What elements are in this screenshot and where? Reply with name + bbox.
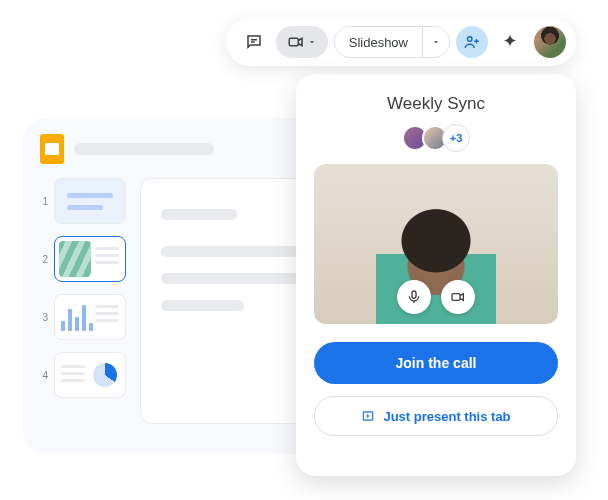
slide-thumbnail-1[interactable] — [54, 178, 126, 224]
slideshow-button[interactable]: Slideshow — [335, 27, 423, 57]
svg-point-1 — [468, 37, 473, 42]
participants-row: +3 — [402, 124, 470, 152]
slide-thumbnail-strip: 1 2 3 4 — [40, 178, 126, 424]
slide-number: 3 — [40, 312, 48, 323]
slide-thumb-row: 4 — [40, 352, 126, 398]
slide-thumb-row: 1 — [40, 178, 126, 224]
caret-down-icon — [307, 37, 317, 47]
thumb-text-skeleton — [95, 247, 119, 264]
slide-canvas[interactable] — [140, 178, 320, 424]
canvas-text-skeleton — [161, 246, 299, 257]
svg-rect-2 — [412, 291, 416, 298]
comment-icon — [245, 33, 263, 51]
slide-number: 4 — [40, 370, 48, 381]
meet-camera-button[interactable] — [276, 26, 328, 58]
thumb-bar-chart-icon — [61, 305, 93, 331]
present-tab-label: Just present this tab — [383, 409, 510, 424]
svg-rect-0 — [289, 38, 298, 46]
camera-icon — [287, 33, 305, 51]
app-toolbar: Slideshow — [226, 18, 576, 66]
camera-preview — [314, 164, 558, 324]
slides-editor: 1 2 3 4 — [22, 118, 338, 454]
camera-icon — [450, 289, 466, 305]
editor-header — [40, 134, 320, 164]
thumb-text-skeleton — [61, 365, 85, 382]
join-call-button[interactable]: Join the call — [314, 342, 558, 384]
person-add-icon — [463, 33, 481, 51]
thumb-text-skeleton — [95, 305, 119, 322]
account-avatar[interactable] — [534, 26, 566, 58]
comments-button[interactable] — [238, 26, 270, 58]
participants-overflow-badge[interactable]: +3 — [442, 124, 470, 152]
slide-thumbnail-3[interactable] — [54, 294, 126, 340]
toggle-camera-button[interactable] — [441, 280, 475, 314]
gemini-button[interactable] — [494, 26, 526, 58]
slideshow-more-button[interactable] — [423, 27, 449, 57]
present-icon — [361, 409, 375, 423]
thumb-image-icon — [59, 241, 91, 277]
canvas-text-skeleton — [161, 300, 244, 311]
slide-number: 2 — [40, 254, 48, 265]
doc-title-placeholder[interactable] — [74, 143, 214, 155]
slide-thumbnail-4[interactable] — [54, 352, 126, 398]
mic-icon — [406, 289, 422, 305]
thumb-pie-chart-icon — [93, 363, 117, 387]
slide-thumb-row: 2 — [40, 236, 126, 282]
preview-controls — [397, 280, 475, 314]
slides-logo-icon — [40, 134, 64, 164]
slideshow-split-button: Slideshow — [334, 26, 450, 58]
canvas-text-skeleton — [161, 209, 237, 220]
toggle-mic-button[interactable] — [397, 280, 431, 314]
slide-thumbnail-2[interactable] — [54, 236, 126, 282]
slide-number: 1 — [40, 196, 48, 207]
svg-rect-3 — [452, 294, 460, 301]
sparkle-icon — [501, 33, 519, 51]
slide-thumb-row: 3 — [40, 294, 126, 340]
present-tab-button[interactable]: Just present this tab — [314, 396, 558, 436]
share-button[interactable] — [456, 26, 488, 58]
meeting-title: Weekly Sync — [387, 94, 485, 114]
meet-join-card: Weekly Sync +3 Join the call Just presen… — [296, 74, 576, 476]
canvas-text-skeleton — [161, 273, 299, 284]
caret-down-icon — [431, 37, 441, 47]
